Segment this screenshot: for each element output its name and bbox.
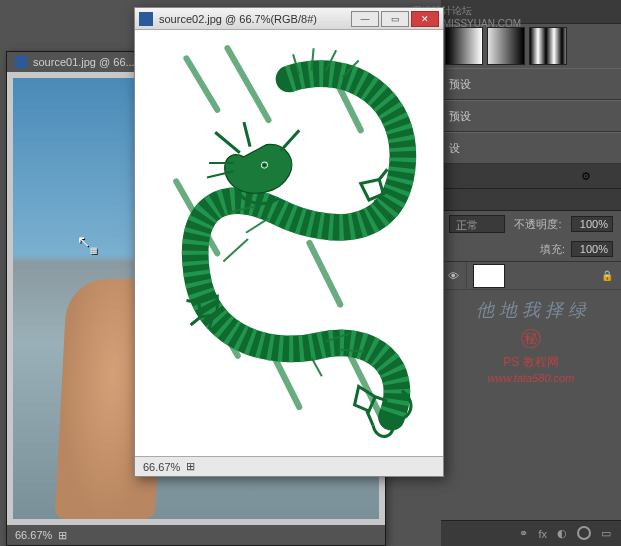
settings-icon[interactable]: ⚙ [581,170,591,183]
svg-line-5 [310,243,341,305]
watermark-stamp: ㊙ [449,323,613,354]
svg-point-9 [262,163,266,167]
layers-tabs[interactable] [441,189,621,211]
svg-line-1 [228,48,269,120]
watermark-script: 他 地 我 择 绿 [449,298,613,323]
preset-label: 设 [449,141,460,156]
maximize-button[interactable]: ▭ [381,11,409,27]
fill-label: 填充: [540,242,565,257]
preset-row[interactable]: 预设 [441,68,621,100]
gradient-swatch[interactable] [487,27,525,65]
move-cursor-icon: ↖▦ [77,232,98,251]
blend-mode-dropdown[interactable]: 正常 [449,215,505,233]
top-panel: 思缘设计论坛 WWW.MISSYUAN.COM 预设 预设 设 ⚙ [441,0,621,189]
layers-controls-row: 正常 不透明度: 100% [441,211,621,237]
document-title: source02.jpg @ 66.7%(RGB/8#) [159,13,349,25]
document-statusbar: 66.67% ⊞ [7,525,385,545]
ps-file-icon [139,12,153,26]
visibility-eye-icon[interactable]: 👁 [441,262,467,290]
zoom-level[interactable]: 66.67% [143,461,180,473]
preset-label: 预设 [449,77,471,92]
panel-footer: ⚙ [441,164,621,188]
document-canvas[interactable] [135,30,443,456]
ps-file-icon [15,56,27,68]
link-layers-icon[interactable]: ⚭ [519,527,528,540]
opacity-value[interactable]: 100% [571,216,613,232]
gradient-swatch[interactable] [529,27,567,65]
document-tab-title: source01.jpg @ 66... [33,56,135,68]
group-icon[interactable]: ▭ [601,527,611,540]
svg-line-0 [187,59,218,110]
layers-panel: 正常 不透明度: 100% 填充: 100% 👁 🔒 他 地 我 择 绿 ㊙ P… [441,189,621,472]
minimize-button[interactable]: — [351,11,379,27]
fx-icon[interactable]: fx [538,528,547,540]
layer-thumbnail[interactable] [473,264,505,288]
layers-footer: ⚭ fx ◐ ▭ [441,520,621,546]
preset-label: 预设 [449,109,471,124]
layer-row[interactable]: 👁 🔒 [441,262,621,290]
preset-row[interactable]: 设 [441,132,621,164]
watermark-url: www.tata580.com [449,371,613,386]
document-statusbar: 66.67% ⊞ [135,456,443,476]
document-window-source02[interactable]: source02.jpg @ 66.7%(RGB/8#) — ▭ ✕ [134,7,444,477]
gradient-swatch[interactable] [445,27,483,65]
statusbar-nav-icon[interactable]: ⊞ [186,460,195,473]
mask-icon[interactable]: ◐ [557,527,567,540]
layers-list: 👁 🔒 他 地 我 择 绿 ㊙ PS 教程网 www.tata580.com [441,262,621,472]
fill-value[interactable]: 100% [571,241,613,257]
close-button[interactable]: ✕ [411,11,439,27]
preset-row[interactable]: 预设 [441,100,621,132]
lock-row: 填充: 100% [441,237,621,262]
gradient-presets [441,24,621,68]
dragon-artwork [143,38,435,448]
right-panel-stack: 思缘设计论坛 WWW.MISSYUAN.COM 预设 预设 设 ⚙ 正常 不透明… [441,0,621,546]
lock-icon: 🔒 [601,270,613,281]
canvas-watermark: 他 地 我 择 绿 ㊙ PS 教程网 www.tata580.com [441,290,621,394]
opacity-label: 不透明度: [514,217,561,232]
statusbar-nav-icon[interactable]: ⊞ [58,529,67,542]
watermark-label: PS 教程网 [449,354,613,371]
document-titlebar[interactable]: source02.jpg @ 66.7%(RGB/8#) — ▭ ✕ [135,8,443,30]
adjustment-icon[interactable] [577,526,591,542]
zoom-level[interactable]: 66.67% [15,529,52,541]
